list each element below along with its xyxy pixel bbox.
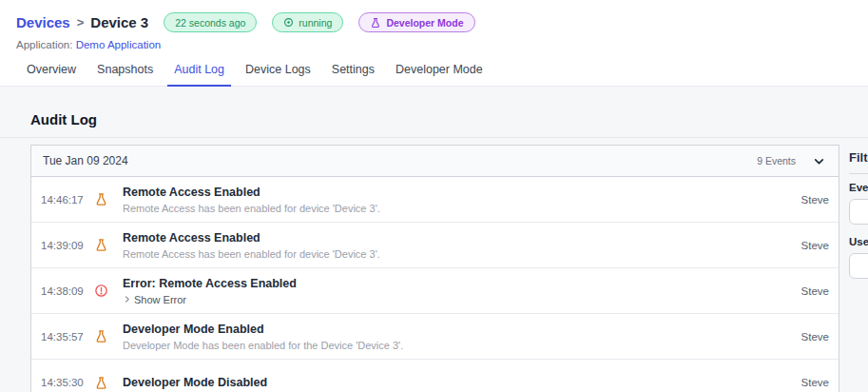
error-icon [94, 284, 109, 298]
developer-mode-badge: Developer Mode [358, 12, 474, 32]
event-user: Steve [801, 331, 829, 343]
tab-overview[interactable]: Overview [20, 63, 83, 87]
breadcrumb-current-device: Device 3 [90, 14, 148, 30]
event-time: 14:35:57 [41, 331, 90, 343]
record-icon [283, 17, 294, 28]
filter-panel: Filter Event Type User [849, 145, 868, 290]
events-count: 9 Events [757, 155, 796, 167]
group-date-label: Tue Jan 09 2024 [43, 154, 128, 167]
breadcrumb: Devices > Device 3 22 seconds ago runnin… [16, 12, 868, 32]
event-title: Remote Access Enabled [123, 186, 792, 199]
event-time: 14:46:17 [41, 194, 90, 206]
tab-audit-log[interactable]: Audit Log [167, 63, 231, 87]
flask-icon [94, 376, 109, 390]
application-label: Application: [16, 39, 72, 50]
breadcrumb-separator: > [77, 15, 85, 29]
date-group-header: Tue Jan 09 2024 9 Events [31, 146, 839, 177]
developer-mode-badge-label: Developer Mode [386, 17, 463, 29]
application-link[interactable]: Demo Application [76, 39, 162, 50]
flask-icon [370, 17, 381, 29]
event-user: Steve [801, 194, 829, 206]
page-header: Devices > Device 3 22 seconds ago runnin… [0, 0, 868, 87]
table-row: 14:46:17 Remote Access Enabled Remote Ac… [31, 177, 839, 223]
event-time: 14:38:09 [41, 285, 90, 297]
event-description: Remote Access has been enabled for devic… [123, 248, 792, 260]
event-description: Developer Mode has been enabled for the … [123, 340, 792, 351]
event-title: Error: Remote Access Enabled [123, 277, 792, 290]
table-row: 14:39:09 Remote Access Enabled Remote Ac… [31, 223, 839, 268]
status-badge-label: running [299, 17, 332, 29]
tab-settings[interactable]: Settings [325, 63, 381, 87]
flask-icon [94, 238, 109, 252]
tab-developer-mode[interactable]: Developer Mode [389, 63, 490, 87]
chevron-right-icon [123, 295, 131, 304]
event-time: 14:39:09 [41, 240, 90, 251]
filter-divider [849, 173, 868, 174]
table-row: 14:38:09 Error: Remote Access Enabled [31, 268, 839, 314]
event-title: Developer Mode Enabled [123, 323, 792, 336]
heading-divider [0, 137, 868, 138]
tab-device-logs[interactable]: Device Logs [239, 63, 318, 87]
show-error-label: Show Error [134, 294, 186, 305]
user-input[interactable] [849, 253, 868, 279]
last-seen-badge-label: 22 seconds ago [175, 17, 245, 29]
chevron-down-icon [813, 155, 825, 167]
application-row: Application: Demo Application [16, 39, 868, 50]
page-title: Audit Log [30, 111, 868, 127]
flask-icon [94, 192, 109, 206]
event-user: Steve [801, 377, 829, 388]
collapse-group-button[interactable] [811, 153, 827, 169]
show-error-toggle[interactable]: Show Error [123, 294, 792, 305]
tab-bar: Overview Snapshots Audit Log Device Logs… [0, 63, 868, 87]
table-row: 14:35:57 Developer Mode Enabled Develope… [31, 314, 839, 360]
content-area: Audit Log Tue Jan 09 2024 9 Events [0, 87, 868, 392]
breadcrumb-devices-link[interactable]: Devices [16, 14, 70, 30]
filter-heading: Filter [849, 150, 868, 165]
device-badges: 22 seconds ago running Developer Mode [164, 12, 474, 32]
event-user: Steve [801, 285, 829, 297]
event-user: Steve [801, 240, 829, 251]
audit-log-table: Tue Jan 09 2024 9 Events 14:46:17 [30, 145, 839, 392]
table-row: 14:35:30 Developer Mode Disabled Steve [31, 360, 839, 392]
event-type-label: Event Type [849, 182, 868, 193]
flask-icon [94, 329, 109, 343]
event-time: 14:35:30 [41, 377, 90, 388]
user-label: User [849, 236, 868, 247]
event-type-input[interactable] [849, 199, 868, 225]
event-description: Remote Access has been enabled for devic… [123, 203, 792, 214]
status-badge: running [272, 12, 343, 32]
event-title: Developer Mode Disabled [123, 376, 792, 389]
event-title: Remote Access Enabled [123, 231, 792, 245]
tab-snapshots[interactable]: Snapshots [90, 63, 160, 87]
last-seen-badge: 22 seconds ago [164, 12, 257, 32]
